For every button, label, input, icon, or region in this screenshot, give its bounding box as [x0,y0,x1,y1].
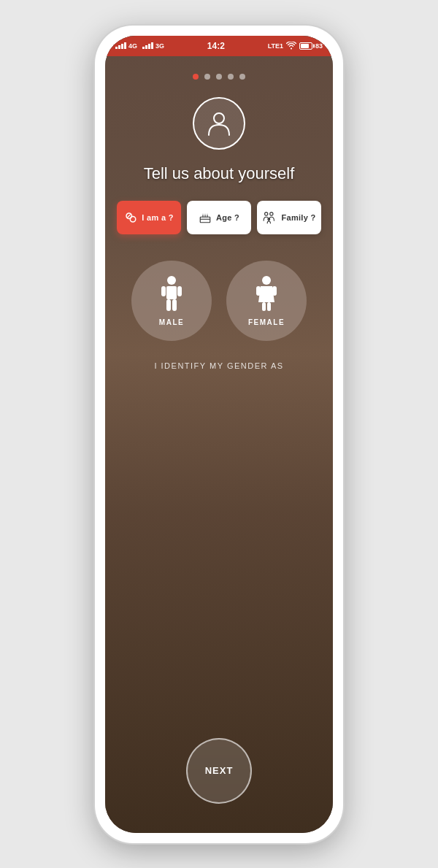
status-left: 4G 3G [115,42,164,50]
clock: 14:2 [207,41,225,51]
lte-label: LTE1 [268,42,283,50]
gender-subtitle: I IDENTIFY MY GENDER AS [154,361,283,370]
main-content: Tell us about yourself I am a ? [105,56,333,833]
network-type-1: 4G [128,42,137,50]
svg-rect-13 [177,286,182,296]
tab-age[interactable]: Age ? [187,201,251,234]
tab-family-label: Family ? [281,213,315,222]
status-bar: 4G 3G 14:2 LTE1 [105,36,333,56]
phone-frame: 4G 3G 14:2 LTE1 [95,26,343,843]
svg-rect-18 [272,286,277,296]
avatar-circle [193,97,245,150]
wifi-icon [286,42,296,50]
tab-gender-label: I am a ? [142,213,173,222]
phone-screen: 4G 3G 14:2 LTE1 [105,36,333,833]
female-figure-icon [253,274,280,312]
dot-2 [204,74,210,80]
dot-4 [228,74,234,80]
gender-option-female[interactable]: FEMALE [226,261,307,341]
gender-icon [124,211,137,224]
status-right: LTE1 83 [268,42,323,50]
tab-gender[interactable]: I am a ? [117,201,181,234]
next-button-label: NEXT [205,765,234,776]
svg-rect-20 [267,302,271,311]
male-figure-icon [158,274,185,312]
svg-rect-15 [172,299,177,311]
tabs-row: I am a ? Age ? [117,201,321,234]
female-label: FEMALE [248,318,285,326]
dot-3 [216,74,222,80]
svg-point-7 [265,212,268,215]
svg-point-2 [131,216,137,222]
person-icon [206,110,232,137]
svg-point-16 [262,276,271,285]
svg-rect-17 [256,286,261,296]
battery-icon [299,42,312,50]
svg-rect-19 [262,302,266,311]
cake-icon [199,211,212,224]
page-indicator [193,74,245,80]
gender-selection: MALE FEMAL [131,261,307,341]
signal-bar-1 [115,42,126,49]
tab-family[interactable]: Family ? [257,201,321,234]
svg-point-0 [214,113,224,123]
svg-point-10 [167,276,176,285]
battery-percentage: 83 [315,42,323,50]
tab-age-label: Age ? [216,213,239,222]
dot-5 [239,74,245,80]
network-type-2: 3G [155,42,164,50]
signal-bar-2 [142,42,153,49]
svg-rect-12 [161,286,166,296]
gender-option-male[interactable]: MALE [131,261,212,341]
male-label: MALE [159,318,184,326]
svg-rect-14 [166,299,171,311]
dot-1 [193,74,199,80]
next-button[interactable]: NEXT [186,738,252,804]
svg-point-8 [270,212,273,215]
svg-rect-3 [200,217,210,223]
svg-rect-11 [166,286,177,299]
page-title: Tell us about yourself [144,164,295,183]
family-icon [262,211,277,224]
battery-fill [301,44,309,48]
